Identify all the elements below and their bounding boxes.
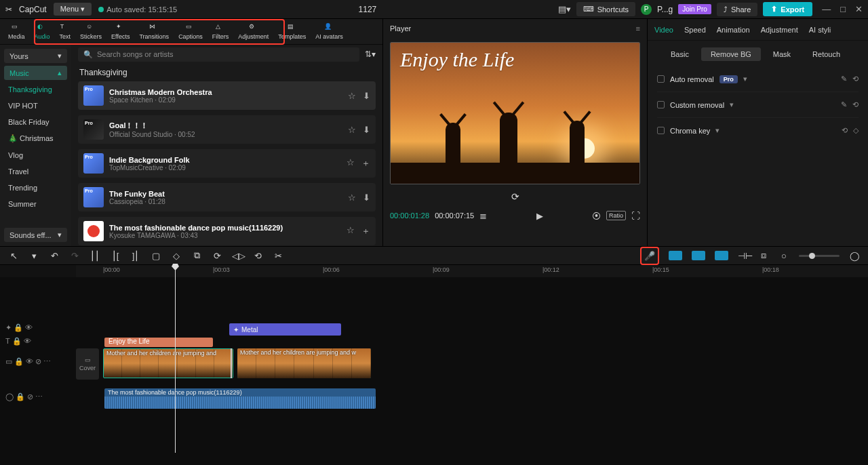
clip-text[interactable]: Enjoy the Life [104, 338, 213, 347]
sidebar-pill-yours[interactable]: Yours▾ [4, 49, 67, 63]
prop-chroma-key[interactable]: Chroma key▾ ⟲◇ [648, 119, 868, 142]
cursor-tool-icon[interactable]: ↖ [8, 251, 19, 261]
reset-icon[interactable]: ⟲ [852, 100, 859, 109]
tool-tab-stickers[interactable]: ☺Stickers [76, 22, 106, 41]
sidebar-item[interactable]: 🎄 Christmas [0, 130, 71, 147]
join-pro-button[interactable]: Join Pro [678, 4, 711, 14]
right-tab[interactable]: Speed [684, 26, 706, 34]
song-row[interactable]: Pro Goal！！！ Official Sound Studio · 00:5… [78, 115, 376, 144]
track-gutter-audio[interactable]: ◯ 🔒 ⊘ ⋯ [0, 392, 76, 401]
sidebar-pill-sounds[interactable]: Sounds eff...▾ [4, 228, 67, 242]
trim-right-icon[interactable]: ]⎮ [130, 251, 141, 261]
time-ruler[interactable]: |00:00|00:03|00:06|00:09|00:12|00:15|00:… [76, 265, 868, 277]
prop-custom-removal[interactable]: Custom removal▾ ✎⟲ [648, 94, 868, 116]
favorite-icon[interactable]: ☆ [347, 157, 355, 169]
sidebar-item[interactable]: Thanksgiving [0, 81, 71, 98]
download-icon[interactable]: ⬇ [363, 125, 370, 135]
search-input[interactable]: 🔍 Search songs or artists [78, 47, 359, 62]
tool-tab-text[interactable]: TText [56, 22, 75, 41]
tool-tab-transitions[interactable]: ⋈Transitions [135, 22, 173, 41]
track-gutter-text[interactable]: T 🔒 👁 [0, 337, 76, 346]
player-menu-icon[interactable]: ≡ [636, 24, 640, 33]
rotate-icon[interactable]: ⟲ [252, 251, 263, 261]
track-gutter-fx[interactable]: ✦ 🔒 👁 [0, 323, 76, 332]
clip-video-1[interactable]: Mother and her children are jumping and [103, 348, 233, 378]
reload-icon[interactable]: ⟳ [383, 191, 647, 202]
play-icon[interactable]: ▶ [536, 211, 543, 221]
speed-icon[interactable]: ⟳ [212, 251, 222, 261]
sub-tab[interactable]: Mask [764, 47, 800, 61]
close-icon[interactable]: ✕ [855, 4, 863, 14]
shortcuts-button[interactable]: ⌨ Shortcuts [576, 2, 635, 16]
playhead[interactable] [175, 264, 176, 453]
download-icon[interactable]: ＋ [361, 157, 370, 169]
download-icon[interactable]: ⬇ [363, 91, 370, 101]
tool-tab-filters[interactable]: △Filters [208, 22, 233, 41]
zoom-slider[interactable] [799, 255, 840, 257]
tool-tab-avatars[interactable]: 👤AI avatars [311, 22, 347, 41]
tool-tab-effects[interactable]: ✦Effects [107, 22, 134, 41]
sub-tab[interactable]: Retouch [803, 47, 850, 61]
right-tab[interactable]: Video [654, 26, 673, 34]
redo-icon[interactable]: ↷ [69, 251, 80, 261]
crop-icon[interactable]: ✂ [273, 251, 283, 261]
clip-split-handle[interactable] [231, 348, 232, 378]
sidebar-item[interactable]: Summer [0, 196, 71, 212]
profile-name[interactable]: P...g [657, 5, 673, 14]
clip-effect[interactable]: ✦ Metal [229, 323, 341, 336]
download-icon[interactable]: ＋ [361, 225, 370, 237]
magnet-icon[interactable]: ⊣⊢ [738, 251, 749, 261]
mark-icon[interactable]: ◇ [171, 251, 182, 261]
export-button[interactable]: ⬆ Export [763, 2, 812, 16]
prop-auto-removal[interactable]: Auto removal Pro▾ ✎⟲ [648, 68, 868, 90]
tool-tab-captions[interactable]: ▭Captions [174, 22, 207, 41]
list-icon[interactable]: ≣ [479, 211, 487, 221]
share-button[interactable]: ⤴ Share [717, 3, 757, 16]
maximize-icon[interactable]: □ [840, 4, 846, 14]
clip-audio[interactable]: The most fashionable dance pop music(111… [104, 388, 376, 409]
right-tab[interactable]: AI styli [809, 26, 831, 34]
song-row[interactable]: Pro Christmas Modern Orchestra Space Kit… [78, 81, 376, 110]
sidebar-pill-music[interactable]: Music▴ [4, 66, 67, 80]
song-row[interactable]: The most fashionable dance pop music(111… [78, 217, 376, 245]
split-icon[interactable]: ⎮⎮ [90, 251, 100, 261]
video-preview[interactable]: Enjoy the Life [390, 42, 640, 184]
cover-button[interactable]: ▭Cover [76, 348, 99, 380]
favorite-icon[interactable]: ☆ [348, 125, 356, 135]
tool-tab-templates[interactable]: ▤Templates [274, 22, 310, 41]
filter-icon[interactable]: ⇅▾ [365, 49, 376, 59]
voiceover-button[interactable]: 🎤 [640, 247, 659, 265]
keyframe-icon[interactable]: ◇ [853, 126, 859, 135]
clip-video-2[interactable]: Mother and her children are jumping and … [237, 348, 371, 378]
tool-tab-audio[interactable]: ◐Audio [31, 22, 54, 41]
right-tab[interactable]: Animation [717, 26, 750, 34]
right-tab[interactable]: Adjustment [761, 26, 798, 34]
clip-tool-2[interactable] [692, 251, 705, 260]
layout-icon[interactable]: ▤▾ [558, 4, 571, 14]
sidebar-item[interactable]: Trending [0, 180, 71, 196]
edit-icon[interactable]: ✎ [841, 100, 847, 109]
clip-tool-1[interactable] [669, 251, 682, 260]
clip-tool-3[interactable] [715, 251, 728, 260]
copy-icon[interactable]: ⧉ [191, 250, 202, 261]
trim-left-icon[interactable]: ⎮[ [110, 251, 121, 261]
edit-icon[interactable]: ✎ [841, 75, 847, 83]
sidebar-item[interactable]: Travel [0, 163, 71, 180]
reset-icon[interactable]: ⟲ [852, 75, 859, 83]
reset-icon[interactable]: ⟲ [842, 126, 848, 135]
sidebar-item[interactable]: VIP HOT [0, 98, 71, 114]
favorite-icon[interactable]: ☆ [348, 193, 356, 203]
ratio-button[interactable]: Ratio [606, 211, 626, 220]
delete-icon[interactable]: ▢ [151, 251, 161, 261]
favorite-icon[interactable]: ☆ [348, 91, 356, 101]
mirror-icon[interactable]: ◁▷ [232, 251, 243, 261]
fullscreen-icon[interactable]: ⛶ [631, 211, 640, 221]
profile-avatar[interactable]: P [641, 4, 652, 15]
sidebar-item[interactable]: Black Friday [0, 114, 71, 130]
link-icon[interactable]: ⧈ [758, 250, 769, 261]
track-gutter-video[interactable]: ▭ 🔒 👁 ⊘ ⋯ [0, 357, 76, 366]
zoom-fit-icon[interactable]: ◯ [849, 251, 860, 261]
song-row[interactable]: Pro Indie Background Folk TopMusicCreati… [78, 149, 376, 178]
song-row[interactable]: Pro The Funky Beat Cassiopeia · 01:28 ☆ … [78, 183, 376, 211]
tool-tab-media[interactable]: ▭Media [4, 22, 29, 41]
